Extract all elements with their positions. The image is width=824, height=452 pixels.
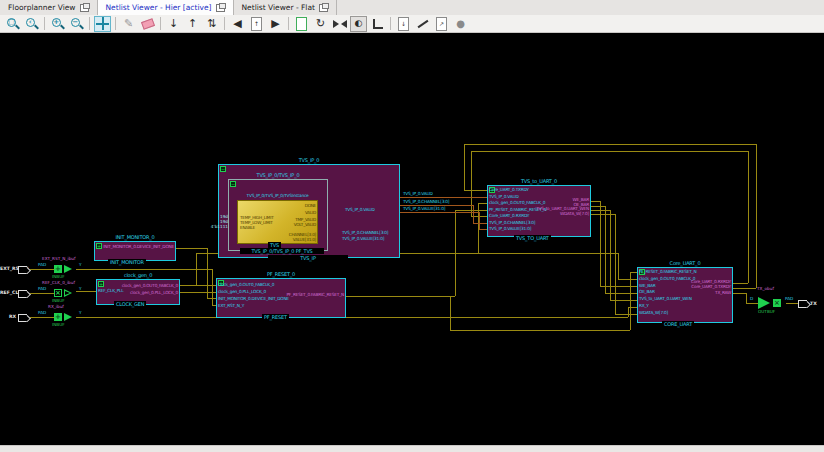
new-sheet-icon[interactable] [293,16,310,32]
net-label: PAD [38,286,46,291]
wire [400,197,487,198]
wire [76,317,628,318]
tab-floorplanner-view[interactable]: Floorplanner View [0,0,98,15]
pin-label: TVS_to_UART_0.UART_WEN [639,296,696,303]
io-macro-icon[interactable]: × [773,299,781,307]
wire [400,212,479,213]
block-title: PF_RESET_0 [216,271,346,277]
draw-line-icon[interactable] [414,16,431,32]
pin-label: EXT_RST_N_Y [218,302,289,309]
pin-label: RX_Y [639,303,696,310]
wire [615,214,616,314]
block-type-label: INIT_MONITOR [108,259,146,265]
wire [450,330,630,331]
wire [212,269,213,305]
net-label: TVS_IP_0.VALID [345,207,375,212]
undock-icon[interactable] [216,4,225,12]
record-icon[interactable]: ● [452,16,469,32]
wire [450,296,451,330]
flatten-view-icon[interactable] [369,16,386,32]
inbuf-triangle-icon[interactable] [64,265,72,273]
add-note-icon[interactable]: ↓ [395,16,412,32]
block-title: TVS_to_UART_0 [487,178,591,184]
nav-forward-icon[interactable]: ▶ [267,16,284,32]
wire [464,190,487,191]
push-down-icon[interactable]: ↓ [165,16,182,32]
io-macro-icon[interactable]: × [54,289,62,297]
net-label: Y [79,286,82,291]
collapse-all-icon[interactable] [331,16,348,32]
zoom-back-icon[interactable]: ‹ [23,16,40,32]
wire [471,151,472,216]
wire [76,269,212,270]
nav-back-icon[interactable]: ◀ [229,16,246,32]
pin-label: TX_RAW [637,290,731,295]
pin-label: WDATA_W[7:0] [487,212,589,217]
fit-view-icon[interactable] [94,16,111,32]
pin-label: TVS_IP_0.VALUE[31:0] [489,226,546,233]
zoom-window-icon[interactable]: □ [4,16,21,32]
export-view-icon[interactable]: ↗ [433,16,450,32]
block-type-label: TVS [268,242,281,248]
pin-label: clock_gen_0.OUT0_FABCLK_0 [96,282,178,289]
collapse-box-icon[interactable]: − [230,181,236,187]
undock-icon[interactable] [80,4,89,12]
reload-icon[interactable]: ↻ [312,16,329,32]
pin-label: PF_RESET_0.FABRIC_RESET_N [639,269,696,276]
inbuf-triangle-icon[interactable] [64,289,72,297]
instance-label: REF_CLK_0_ibuf [42,280,75,285]
pin-label: VOLT_VALID [294,222,316,227]
net-label: D [750,296,753,301]
pin-label: INIT_MONITOR_0.DEVICE_INIT_DONE [94,244,174,249]
swap-updown-icon[interactable]: ⇅ [203,16,220,32]
nav-up-level-icon[interactable]: ↑ [248,16,265,32]
wire [76,291,96,292]
output-port-symbol[interactable] [798,300,807,308]
separator [224,17,225,30]
port-label: RX [0,314,16,319]
wire [176,248,207,249]
zoom-out-icon[interactable]: − [68,16,85,32]
zoom-in-icon[interactable]: + [49,16,66,32]
block-title: TVS_IP_0 [218,157,400,163]
pin-label: clock_gen_0.OUT0_FABCLK_0 [218,281,289,288]
tab-label: Netlist Viewer - Hier [active] [106,3,212,12]
separator [89,17,90,30]
cell-type-label: INBUF [52,274,65,279]
net-label: Y [79,262,82,267]
input-port-symbol[interactable] [18,314,27,322]
input-port-symbol[interactable] [18,266,27,274]
inbuf-triangle-icon[interactable] [64,313,72,321]
wire [630,272,631,330]
wire [479,229,487,230]
tab-netlist-viewer-flat[interactable]: Netlist Viewer - Flat [234,0,337,15]
wire [610,210,611,300]
port-label: REF_CLK_0 [0,290,16,295]
schematic-canvas[interactable]: TVS_IP_0 − TVS_IP TVS_IP_0/TVS_IP_0 − TV… [0,33,824,445]
block-title: Core_UART_0 [637,260,733,266]
hier-view-icon[interactable]: ◐ [350,16,367,32]
outbuf-triangle-icon[interactable] [758,297,770,309]
wire [733,283,748,284]
pop-up-icon[interactable]: ↑ [184,16,201,32]
tab-netlist-viewer-hier[interactable]: Netlist Viewer - Hier [active] [98,0,234,15]
eraser-icon[interactable] [139,16,156,32]
collapse-box-icon[interactable]: − [220,166,226,172]
net-label: TVS_IP_0.VALUE[31:0] [342,236,384,241]
io-macro-icon[interactable]: + [54,313,62,321]
toolbar: □ ‹ + − ✎ ↓ ↑ ⇅ ◀ ↑ ▶ ↻ ◐ ↓ ↗ ● [0,15,824,33]
input-port-symbol[interactable] [18,290,27,298]
undock-icon[interactable] [319,4,328,12]
wire [473,205,474,223]
edit-pencil-icon[interactable]: ✎ [120,16,137,32]
wire [756,144,757,288]
pin-column: PF_RESET_0.FABRIC_RESET_N [216,292,344,297]
block-title: INIT_MONITOR_0 [94,234,176,240]
wire [478,203,487,204]
instance-label: RX_ibuf [48,304,64,309]
wire [473,223,487,224]
io-macro-icon[interactable]: + [54,265,62,273]
net-label: TVS_IP_0.CHANNEL[3:0] [342,230,388,235]
tab-label: Netlist Viewer - Flat [242,3,315,12]
port-label: EXT_RST_N [0,266,16,271]
